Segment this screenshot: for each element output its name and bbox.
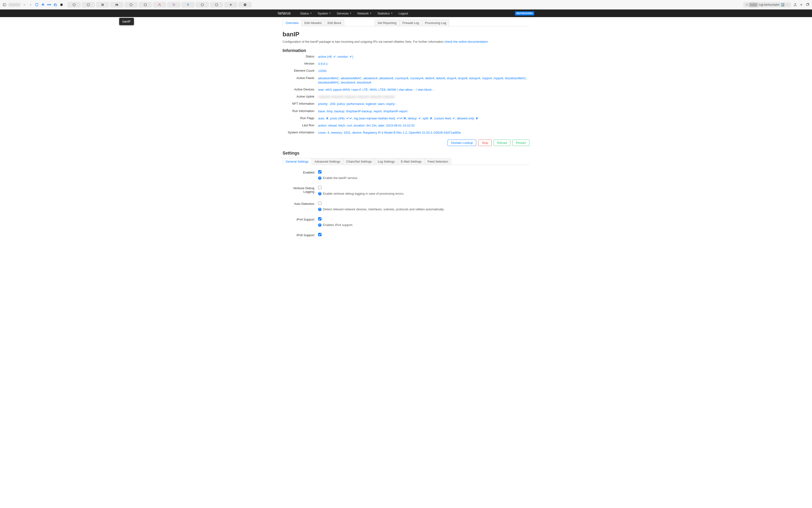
help-text: Enable verbose debug logging in case of … (323, 192, 404, 195)
services-dropdown-tip[interactable]: banIP (119, 18, 134, 25)
info-label: Run Flags (283, 116, 318, 121)
checkbox-input[interactable] (318, 233, 322, 236)
tabs-icon[interactable] (805, 3, 810, 7)
help-icon: ? (318, 176, 322, 180)
browser-tab[interactable] (210, 2, 223, 8)
info-value: 0.9.0-1 (318, 62, 529, 66)
page-description: Configuration of the banIP package to ba… (283, 40, 529, 43)
info-row: Version0.9.0-1 (283, 60, 529, 68)
help-line: ?Enable verbose debug logging in case of… (318, 192, 529, 195)
help-icon: ? (318, 208, 322, 211)
close-icon[interactable]: ✕ (745, 3, 748, 6)
restart-button[interactable]: Restart (512, 139, 529, 146)
window-icon[interactable] (53, 3, 57, 7)
info-label: Element Count (283, 69, 318, 73)
settings-tab-general[interactable]: General Settings (283, 158, 312, 165)
information-heading: Information (283, 48, 529, 53)
checkbox-input[interactable] (318, 217, 322, 220)
doc-link[interactable]: check the online documentation (444, 40, 488, 43)
address-path: /cgi-bin/luci/adm (759, 3, 779, 6)
page-title: banIP (283, 31, 529, 38)
refreshing-badge[interactable]: REFRESHING (515, 11, 534, 15)
share-icon[interactable] (793, 3, 797, 7)
nav-network[interactable]: Network▼ (355, 10, 374, 16)
info-value: action: reload, fetch: curl, duration: 0… (318, 123, 529, 128)
nav-system[interactable]: System▼ (315, 10, 333, 16)
help-line: ?Detect relevant network devices, interf… (318, 208, 529, 211)
shield-icon[interactable] (35, 3, 39, 7)
svg-point-2 (42, 4, 43, 5)
nav-statistics[interactable]: Statistics▼ (375, 10, 395, 16)
settings-tab-log[interactable]: Log Settings (375, 158, 398, 165)
browser-tab[interactable] (224, 2, 238, 8)
plus-icon[interactable] (799, 3, 804, 7)
browser-tab[interactable] (181, 2, 195, 8)
tab-set-reporting[interactable]: Set Reporting (375, 19, 399, 26)
info-row: System Informationcores: 4, memory: 3331… (283, 129, 529, 136)
info-row: Statusactive (nft: ✔, monitor: ✔) (283, 53, 529, 60)
form-label: Auto Detection (283, 202, 318, 206)
settings-tab-advanced[interactable]: Advanced Settings (311, 158, 343, 165)
address-bar[interactable]: ✕ ████ /cgi-bin/luci/adm 🔤 ⋯ (743, 2, 791, 7)
info-row: Last Runaction: reload, fetch: curl, dur… (283, 122, 529, 129)
incognito-icon[interactable] (41, 3, 45, 7)
browser-tab[interactable] (167, 2, 180, 8)
tab-edit-block[interactable]: Edit Block (324, 19, 344, 26)
brand[interactable]: tartarus (278, 11, 291, 15)
chevron-down-icon[interactable] (22, 3, 27, 7)
nav-items: Status▼ System▼ Services▼ Network▼ Stati… (298, 10, 515, 16)
svg-rect-24 (806, 4, 808, 5)
browser-tab[interactable] (96, 2, 109, 8)
nav-services[interactable]: Services▼ (334, 10, 354, 16)
more-icon[interactable]: ••• (47, 3, 51, 7)
help-line: ?Enables IPv4 support. (318, 223, 529, 227)
settings-tab-feed[interactable]: Feed Selection (425, 158, 451, 165)
info-label: Version (283, 62, 318, 66)
help-text: Enable the banIP service. (323, 176, 358, 180)
browser-tab[interactable] (110, 2, 123, 8)
info-label: Active Devices (283, 88, 318, 92)
nav-logout[interactable]: Logout (396, 10, 411, 16)
browser-tab[interactable] (124, 2, 138, 8)
blurred-label (8, 3, 20, 6)
form-field: ?Detect relevant network devices, interf… (318, 202, 529, 211)
sidebar-toggle-icon[interactable] (2, 3, 7, 7)
settings-tab-chain[interactable]: Chain/Set Settings (343, 158, 375, 165)
tab-processing-log[interactable]: Processing Log (422, 19, 450, 26)
svg-rect-12 (117, 4, 118, 5)
checkbox-input[interactable] (318, 202, 322, 205)
form-field: ?Enables IPv4 support. (318, 217, 529, 227)
tab-firewall-log[interactable]: Firewall Log (399, 19, 422, 26)
browser-tab[interactable] (82, 2, 95, 8)
translate-icon[interactable]: 🔤 (781, 3, 784, 6)
top-nav: tartarus Status▼ System▼ Services▼ Netwo… (0, 9, 812, 17)
settings-tab-email[interactable]: E-Mail Settings (398, 158, 425, 165)
browser-tab[interactable] (196, 2, 209, 8)
browser-tab[interactable] (68, 2, 81, 8)
form-label: IPv6 Support (283, 233, 318, 237)
settings-form: Enabled?Enable the banIP service.Verbose… (283, 168, 529, 241)
form-row: IPv4 Support?Enables IPv4 support. (283, 215, 529, 231)
tab-overview[interactable]: Overview (283, 19, 302, 26)
checkbox-input[interactable] (318, 186, 322, 189)
tab-edit-allowlist[interactable]: Edit Allowlist (301, 19, 325, 26)
reload-button[interactable]: Reload (494, 139, 510, 146)
form-row: Verbose Debug Logging?Enable verbose deb… (283, 184, 529, 200)
info-label: Run Information (283, 109, 318, 114)
dark-circle-icon[interactable] (59, 3, 63, 7)
svg-point-18 (215, 3, 218, 6)
more-icon[interactable]: ⋯ (786, 3, 789, 6)
nav-status[interactable]: Status▼ (298, 10, 314, 16)
stop-button[interactable]: Stop (478, 139, 492, 146)
browser-tab[interactable] (239, 2, 252, 8)
back-icon[interactable] (29, 3, 33, 7)
browser-tab[interactable] (153, 2, 166, 8)
checkbox-input[interactable] (318, 170, 322, 173)
browser-tab[interactable] (139, 2, 152, 8)
svg-point-21 (245, 4, 246, 5)
form-label: IPv4 Support (283, 217, 318, 221)
domain-lookup-button[interactable]: Domain Lookup (447, 139, 476, 146)
svg-point-3 (43, 4, 44, 5)
svg-point-8 (87, 3, 90, 6)
info-value: base: /tmp, backup: /tmp/banIP-backup, r… (318, 109, 529, 114)
